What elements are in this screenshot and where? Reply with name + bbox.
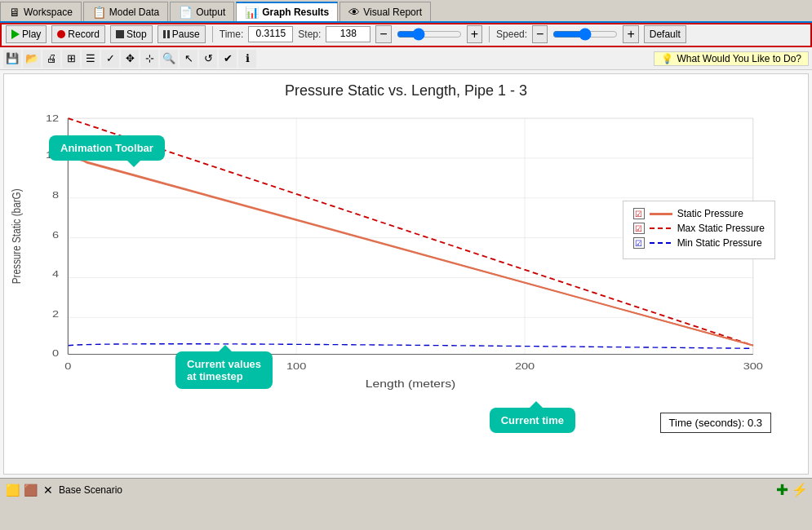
- min-static-pressure-line: [650, 242, 672, 244]
- svg-text:6: 6: [52, 229, 59, 240]
- default-button[interactable]: Default: [644, 25, 686, 43]
- chart-legend: ☑ Static Pressure ☑ Max Static Pressure …: [623, 201, 775, 259]
- print-icon[interactable]: 🖨: [42, 50, 60, 68]
- visual-report-icon: 👁: [348, 6, 360, 19]
- svg-text:0: 0: [64, 360, 71, 371]
- animation-toolbar-bubble: Animation Toolbar: [49, 135, 165, 161]
- select-icon[interactable]: ⊹: [140, 50, 158, 68]
- chart-title: Pressure Static vs. Length, Pipe 1 - 3: [4, 74, 808, 99]
- svg-text:300: 300: [743, 360, 763, 371]
- max-static-pressure-check[interactable]: ☑: [633, 223, 645, 234]
- stop-icon: [116, 30, 124, 38]
- zoom-in-button[interactable]: +: [467, 25, 482, 43]
- close-status-icon[interactable]: ✕: [41, 483, 55, 497]
- record-icon: [57, 30, 65, 38]
- model-data-icon: 📋: [92, 6, 106, 19]
- legend-max-static-pressure: ☑ Max Static Pressure: [633, 223, 765, 234]
- tab-bar: 🖥 Workspace 📋 Model Data 📄 Output 📊 Grap…: [0, 0, 812, 23]
- open-icon[interactable]: 📂: [23, 50, 41, 68]
- tab-model-data[interactable]: 📋 Model Data: [83, 2, 168, 21]
- play-icon: [11, 29, 20, 39]
- lightning-icon[interactable]: ⚡: [792, 483, 807, 497]
- ok-icon[interactable]: ✔: [219, 50, 237, 68]
- status-icon-1[interactable]: 🟨: [5, 483, 20, 497]
- add-icon[interactable]: ✚: [774, 483, 789, 497]
- static-pressure-line: [650, 213, 672, 215]
- refresh-icon[interactable]: ↺: [199, 50, 217, 68]
- info-icon[interactable]: ℹ: [238, 50, 256, 68]
- pause-icon: [163, 30, 170, 38]
- max-static-pressure-line: [650, 227, 672, 229]
- output-icon: 📄: [179, 6, 193, 19]
- main-area: Animation Toolbar Pressure Static vs. Le…: [0, 70, 812, 478]
- svg-text:Pressure Static (barG): Pressure Static (barG): [10, 188, 23, 284]
- pointer-icon[interactable]: ↖: [180, 50, 197, 68]
- speed-minus-button[interactable]: −: [532, 25, 548, 43]
- min-static-pressure-check[interactable]: ☑: [633, 237, 645, 249]
- svg-text:200: 200: [515, 360, 535, 371]
- animation-toolbar: Play Record Stop Pause Time: 0.3115 Step…: [0, 23, 812, 47]
- step-value-box[interactable]: 138: [326, 26, 371, 42]
- pause-button[interactable]: Pause: [158, 25, 206, 43]
- speed-slider[interactable]: [552, 28, 618, 41]
- lightbulb-icon: 💡: [661, 53, 673, 64]
- toolbar-separator-2: [489, 26, 490, 42]
- zoom-out-button[interactable]: −: [375, 25, 391, 43]
- graph-results-icon: 📊: [245, 6, 259, 19]
- secondary-toolbar: 💾 📂 🖨 ⊞ ☰ ✓ ✥ ⊹ 🔍 ↖ ↺ ✔ ℹ 💡 What Would Y…: [0, 47, 812, 70]
- time-display-box: Time (seconds): 0.3: [660, 413, 771, 433]
- current-values-bubble: Current values at timestep: [175, 351, 273, 389]
- play-button[interactable]: Play: [6, 25, 47, 43]
- tab-workspace[interactable]: 🖥 Workspace: [0, 2, 82, 21]
- legend-min-static-pressure: ☑ Min Static Pressure: [633, 237, 765, 249]
- toolbar-separator-1: [212, 26, 213, 42]
- zoom-icon[interactable]: 🔍: [160, 50, 178, 68]
- tab-graph-results[interactable]: 📊 Graph Results: [236, 2, 338, 21]
- speed-plus-button[interactable]: +: [623, 25, 638, 43]
- record-button[interactable]: Record: [51, 25, 105, 43]
- playback-slider[interactable]: [397, 28, 462, 41]
- move-icon[interactable]: ✥: [121, 50, 139, 68]
- svg-text:4: 4: [52, 269, 59, 280]
- chart-area: Pressure Static vs. Length, Pipe 1 - 3 0…: [3, 73, 809, 475]
- svg-text:Length (meters): Length (meters): [366, 378, 456, 390]
- scenario-label: Base Scenario: [59, 484, 771, 496]
- list-icon[interactable]: ☰: [82, 50, 100, 68]
- status-icon-2[interactable]: 🟫: [23, 483, 38, 497]
- what-would-you-like[interactable]: 💡 What Would You Like to Do?: [654, 51, 809, 66]
- static-pressure-check[interactable]: ☑: [633, 208, 645, 219]
- current-time-bubble: Current time: [490, 408, 575, 433]
- workspace-icon: 🖥: [9, 6, 20, 19]
- tab-visual-report[interactable]: 👁 Visual Report: [339, 2, 431, 21]
- stop-button[interactable]: Stop: [110, 25, 153, 43]
- svg-text:8: 8: [52, 189, 59, 200]
- check-icon[interactable]: ✓: [101, 50, 119, 68]
- svg-text:100: 100: [286, 360, 306, 371]
- tab-output[interactable]: 📄 Output: [170, 2, 234, 21]
- svg-text:0: 0: [52, 348, 59, 359]
- time-value-box[interactable]: 0.3115: [248, 26, 293, 42]
- status-right-icons: ✚ ⚡: [774, 483, 807, 497]
- svg-text:12: 12: [46, 113, 59, 123]
- status-bar: 🟨 🟫 ✕ Base Scenario ✚ ⚡: [0, 478, 812, 501]
- svg-text:2: 2: [52, 309, 59, 320]
- save-icon[interactable]: 💾: [3, 50, 21, 68]
- table-icon[interactable]: ⊞: [62, 50, 80, 68]
- legend-static-pressure: ☑ Static Pressure: [633, 208, 765, 219]
